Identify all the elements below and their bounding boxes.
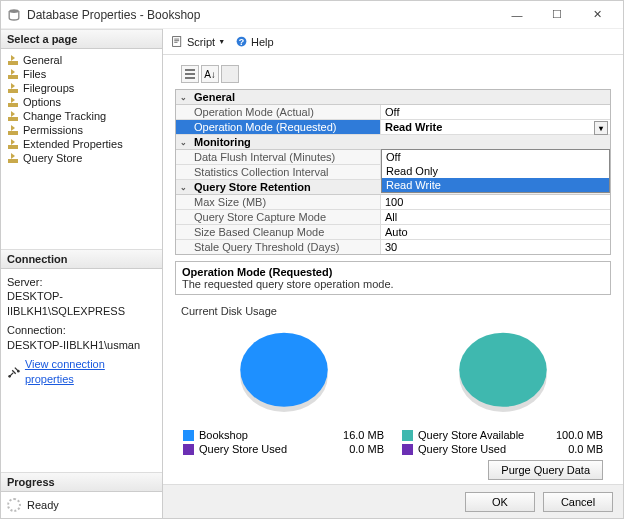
legend-item: Query Store Used0.0 MB — [183, 442, 384, 456]
page-icon — [7, 82, 19, 94]
sidebar-item-files[interactable]: Files — [3, 67, 160, 81]
svg-rect-1 — [8, 61, 18, 65]
chevron-down-icon: ⌄ — [180, 93, 190, 102]
prop-row[interactable]: Operation Mode (Requested)Read Write▾ — [176, 120, 610, 135]
server-label: Server: — [7, 275, 156, 290]
help-icon: ? — [235, 35, 248, 48]
connection-header: Connection — [1, 249, 162, 269]
select-page-header: Select a page — [1, 29, 162, 49]
desc-text: The requested query store operation mode… — [182, 278, 604, 290]
progress-panel: Ready — [1, 492, 162, 518]
property-grid[interactable]: ⌄GeneralOperation Mode (Actual)OffOperat… — [175, 89, 611, 255]
script-icon — [171, 35, 184, 48]
dropdown-arrow-icon[interactable]: ▾ — [594, 121, 608, 135]
legend-item: Bookshop16.0 MB — [183, 428, 384, 442]
svg-point-0 — [9, 9, 19, 13]
purge-query-data-button[interactable]: Purge Query Data — [488, 460, 603, 480]
pie-chart-1: Query Store Available100.0 MBQuery Store… — [402, 319, 603, 456]
dialog-footer: OK Cancel — [163, 484, 623, 518]
script-button[interactable]: Script ▼ — [171, 35, 225, 48]
prop-row[interactable]: Query Store Capture ModeAll — [176, 210, 610, 225]
dropdown-item[interactable]: Read Write — [382, 178, 609, 192]
sidebar-item-general[interactable]: General — [3, 53, 160, 67]
prop-row[interactable]: Stale Query Threshold (Days)30 — [176, 240, 610, 254]
pie-chart-0: Bookshop16.0 MBQuery Store Used0.0 MB — [183, 319, 384, 456]
svg-rect-5 — [8, 117, 18, 121]
sidebar-item-permissions[interactable]: Permissions — [3, 123, 160, 137]
dropdown-item[interactable]: Read Only — [382, 164, 609, 178]
swatch-icon — [402, 444, 413, 455]
chevron-down-icon: ⌄ — [180, 138, 190, 147]
window-title: Database Properties - Bookshop — [27, 8, 497, 22]
main-panel: Script ▼ ? Help A↓ ⌄GeneralOperation Mod… — [163, 29, 623, 518]
legend-item: Query Store Available100.0 MB — [402, 428, 603, 442]
connection-panel: Server: DESKTOP-IIBLKH1\SQLEXPRESS Conne… — [1, 269, 162, 393]
page-icon — [7, 152, 19, 164]
progress-spinner-icon — [7, 498, 21, 512]
legend-item: Query Store Used0.0 MB — [402, 442, 603, 456]
sidebar-item-options[interactable]: Options — [3, 95, 160, 109]
svg-point-18 — [240, 333, 328, 407]
svg-text:?: ? — [239, 37, 244, 47]
database-icon — [7, 8, 21, 22]
server-value: DESKTOP-IIBLKH1\SQLEXPRESS — [7, 289, 156, 319]
page-icon — [7, 110, 19, 122]
maximize-button[interactable]: ☐ — [537, 2, 577, 28]
page-icon — [7, 54, 19, 66]
svg-rect-3 — [8, 89, 18, 93]
svg-rect-4 — [8, 103, 18, 107]
chevron-down-icon: ⌄ — [180, 183, 190, 192]
connection-value: DESKTOP-IIBLKH1\usman — [7, 338, 156, 353]
svg-rect-8 — [8, 159, 18, 163]
propgrid-tool-3[interactable] — [221, 65, 239, 83]
disk-usage-title: Current Disk Usage — [181, 305, 611, 317]
svg-rect-11 — [173, 37, 181, 47]
svg-rect-7 — [8, 145, 18, 149]
swatch-icon — [183, 444, 194, 455]
svg-rect-14 — [185, 69, 195, 71]
prop-row[interactable]: Size Based Cleanup ModeAuto — [176, 225, 610, 240]
pie-icon — [443, 321, 563, 422]
svg-point-9 — [8, 375, 11, 378]
svg-rect-16 — [185, 77, 195, 79]
page-icon — [7, 124, 19, 136]
ok-button[interactable]: OK — [465, 492, 535, 512]
toolbar: Script ▼ ? Help — [163, 29, 623, 55]
desc-title: Operation Mode (Requested) — [182, 266, 604, 278]
connection-icon — [7, 365, 21, 379]
svg-point-20 — [459, 333, 547, 407]
propgrid-toolbar: A↓ — [181, 65, 611, 83]
categorized-button[interactable] — [181, 65, 199, 83]
progress-header: Progress — [1, 472, 162, 492]
page-icon — [7, 68, 19, 80]
operation-mode-dropdown[interactable]: OffRead OnlyRead Write — [381, 149, 610, 193]
chart-legend: Bookshop16.0 MBQuery Store Used0.0 MB — [183, 428, 384, 456]
sidebar-item-query-store[interactable]: Query Store — [3, 151, 160, 165]
svg-rect-15 — [185, 73, 195, 75]
cancel-button[interactable]: Cancel — [543, 492, 613, 512]
swatch-icon — [402, 430, 413, 441]
alphabetical-button[interactable]: A↓ — [201, 65, 219, 83]
category-general[interactable]: ⌄General — [176, 90, 610, 105]
category-monitoring[interactable]: ⌄Monitoring — [176, 135, 610, 150]
sidebar-item-filegroups[interactable]: Filegroups — [3, 81, 160, 95]
svg-point-10 — [17, 369, 20, 372]
sidebar-item-change-tracking[interactable]: Change Tracking — [3, 109, 160, 123]
view-connection-properties-link[interactable]: View connection properties — [25, 357, 156, 387]
minimize-button[interactable]: — — [497, 2, 537, 28]
dropdown-item[interactable]: Off — [382, 150, 609, 164]
sidebar-item-extended-properties[interactable]: Extended Properties — [3, 137, 160, 151]
svg-rect-2 — [8, 75, 18, 79]
sidebar: Select a page GeneralFilesFilegroupsOpti… — [1, 29, 163, 518]
close-button[interactable]: ✕ — [577, 2, 617, 28]
page-list: GeneralFilesFilegroupsOptionsChange Trac… — [1, 49, 162, 169]
page-icon — [7, 96, 19, 108]
prop-row[interactable]: Max Size (MB)100 — [176, 195, 610, 210]
svg-rect-6 — [8, 131, 18, 135]
chart-legend: Query Store Available100.0 MBQuery Store… — [402, 428, 603, 456]
property-description: Operation Mode (Requested) The requested… — [175, 261, 611, 295]
prop-row[interactable]: Operation Mode (Actual)Off — [176, 105, 610, 120]
prop-row[interactable]: Data Flush Interval (Minutes)OffRead Onl… — [176, 150, 610, 165]
help-button[interactable]: ? Help — [235, 35, 274, 48]
disk-usage-section: Current Disk Usage Bookshop16.0 MBQuery … — [175, 301, 611, 480]
